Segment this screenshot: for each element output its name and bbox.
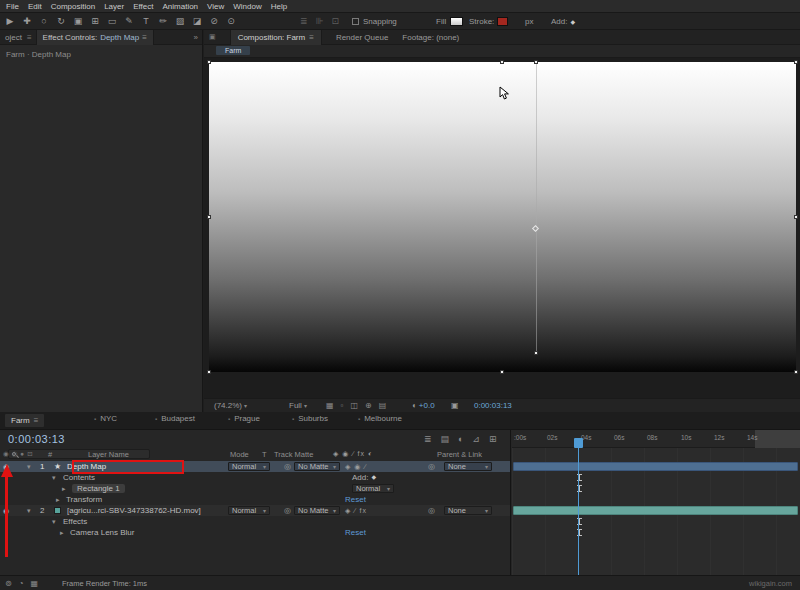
transform-reset-link[interactable]: Reset <box>345 494 366 505</box>
menu-item-composition[interactable]: Composition <box>51 2 95 11</box>
column-track-matte[interactable]: Track Matte <box>274 450 313 459</box>
shape-blend-mode-dropdown[interactable]: Normal▾ <box>352 484 394 493</box>
twirl-open-icon[interactable]: ▾ <box>27 461 31 472</box>
comp-tab-suburbs[interactable]: ▪ Suburbs <box>292 414 328 423</box>
parent-pickwhip-icon[interactable]: ◎ <box>428 461 435 472</box>
tab-menu-icon[interactable]: ≡ <box>309 33 314 42</box>
panel-lock-icon[interactable]: ▣ <box>209 33 216 41</box>
menu-item-layer[interactable]: Layer <box>104 2 124 11</box>
pan-behind-tool-icon[interactable]: ⊞ <box>89 16 101 26</box>
selection-tool-icon[interactable]: ▶ <box>4 16 16 26</box>
layer-color-chip[interactable] <box>54 505 61 516</box>
layer-row-footage[interactable]: ◉ ▾ 2 [agricu...rci-SBV-347338762-HD.mov… <box>0 505 510 516</box>
comp-tab-prague[interactable]: ▪ Prague <box>228 414 260 423</box>
render-status-icon[interactable]: ⊚ <box>5 579 12 588</box>
clone-stamp-tool-icon[interactable]: ▨ <box>174 16 186 26</box>
twirl-closed-icon[interactable]: ▸ <box>62 483 66 494</box>
menu-item-animation[interactable]: Animation <box>162 2 198 11</box>
hand-tool-icon[interactable]: ✚ <box>21 16 33 26</box>
handle-bottom-center[interactable] <box>500 370 504 374</box>
playhead-line[interactable] <box>578 448 579 575</box>
grid-icon[interactable]: ▦ <box>326 401 334 410</box>
menu-item-help[interactable]: Help <box>271 2 287 11</box>
project-tab-partial[interactable]: oject <box>0 33 27 42</box>
snapping-control[interactable]: Snapping <box>352 13 397 29</box>
handle-top-center[interactable] <box>500 60 504 64</box>
handle-bottom-right[interactable] <box>794 370 798 374</box>
twirl-open-icon[interactable]: ▾ <box>27 505 31 516</box>
stroke-control[interactable]: Stroke: <box>469 13 508 29</box>
track-matte-icon[interactable]: ◎ <box>284 461 291 472</box>
timeline-timecode[interactable]: 0:00:03:13 <box>8 433 65 445</box>
zoom-dropdown[interactable]: (74.2%) ▾ <box>214 401 247 410</box>
column-parent-link[interactable]: Parent & Link <box>437 450 482 459</box>
twirl-open-icon[interactable]: ▾ <box>52 516 56 527</box>
zoom-tool-icon[interactable]: ○ <box>38 16 50 26</box>
tab-overflow-icon[interactable]: » <box>194 33 198 42</box>
gradient-direction-line[interactable] <box>536 62 537 353</box>
effect-reset-link[interactable]: Reset <box>345 527 366 538</box>
add-control[interactable]: Add: ◆ <box>551 13 575 29</box>
parent-dropdown[interactable]: None▾ <box>444 506 492 515</box>
depth-map-gradient-canvas[interactable] <box>209 62 796 372</box>
brush-tool-icon[interactable]: ✏ <box>157 16 169 26</box>
track-matte-dropdown[interactable]: No Matte▾ <box>294 506 340 515</box>
exposure-control[interactable]: ◐ +0.0 <box>412 401 435 410</box>
blend-mode-dropdown[interactable]: Normal▾ <box>228 506 270 515</box>
tab-footage[interactable]: Footage: (none) <box>402 33 459 42</box>
comp-tab-budapest[interactable]: ▪ Budapest <box>155 414 195 423</box>
gradient-start-handle[interactable] <box>534 60 538 64</box>
group-row-transform[interactable]: ▸ Transform Reset <box>0 494 510 505</box>
layer-bar-depth-map[interactable] <box>513 462 798 471</box>
region-of-interest-icon[interactable]: ◫ <box>350 401 358 410</box>
column-mode[interactable]: Mode <box>230 450 249 459</box>
track-matte-dropdown[interactable]: No Matte▾ <box>294 462 340 471</box>
layer-name[interactable]: [agricu...rci-SBV-347338762-HD.mov] <box>67 505 201 516</box>
tab-effect-controls[interactable]: Effect Controls: Depth Map ≡ <box>36 30 154 45</box>
add-icon[interactable]: ◆ <box>570 18 575 25</box>
column-layer-name[interactable]: Layer Name <box>88 450 129 459</box>
stroke-swatch[interactable] <box>497 17 508 26</box>
snapshot-camera-icon[interactable]: ▣ <box>451 401 459 410</box>
tab-composition-farm[interactable]: Composition: Farm ≡ <box>230 30 322 45</box>
mask-visibility-icon[interactable]: ▫ <box>341 401 344 410</box>
menu-item-file[interactable]: File <box>6 2 19 11</box>
text-tool-icon[interactable]: T <box>140 16 152 26</box>
comp-tab-nyc[interactable]: ▪ NYC <box>94 414 117 423</box>
eraser-tool-icon[interactable]: ◪ <box>191 16 203 26</box>
comp-mini-flowchart-icon[interactable]: ≣ <box>424 434 432 444</box>
twirl-open-icon[interactable]: ▾ <box>52 472 56 483</box>
contents-add-control[interactable]: Add:◆ <box>352 472 376 483</box>
group-name[interactable]: Transform <box>66 494 102 505</box>
frame-blending-icon[interactable]: ⊞ <box>489 434 497 444</box>
effect-row-camera-lens-blur[interactable]: ▸ Camera Lens Blur Reset <box>0 527 510 538</box>
preview-time-icon[interactable]: ◔ <box>19 579 24 588</box>
camera-tool-icon[interactable]: ▣ <box>72 16 84 26</box>
twirl-closed-icon[interactable]: ▸ <box>60 527 64 538</box>
handle-mid-left[interactable] <box>207 215 211 219</box>
layer-bar-footage[interactable] <box>513 506 798 515</box>
channel-icon[interactable]: ▤ <box>379 401 387 410</box>
fill-control[interactable]: Fill <box>436 13 463 29</box>
menu-item-effect[interactable]: Effect <box>133 2 153 11</box>
comp-tab-farm[interactable]: Farm ≡ <box>5 414 44 427</box>
orbit-tool-icon[interactable]: ↻ <box>55 16 67 26</box>
group-name[interactable]: Effects <box>63 516 87 527</box>
transparency-grid-icon[interactable]: ⊕ <box>365 401 372 410</box>
add-icon[interactable]: ◆ <box>371 472 376 483</box>
fill-swatch[interactable] <box>450 17 463 26</box>
menu-item-window[interactable]: Window <box>233 2 261 11</box>
handle-top-right[interactable] <box>794 60 798 64</box>
handle-mid-right[interactable] <box>794 215 798 219</box>
pen-tool-icon[interactable]: ✎ <box>123 16 135 26</box>
timeline-track-area[interactable]: :00s 02s 04s 06s 08s 10s 12s 14s <box>512 430 800 575</box>
tab-menu-icon[interactable]: ≡ <box>34 416 39 425</box>
blend-mode-dropdown[interactable]: Normal▾ <box>228 462 270 471</box>
resolution-dropdown[interactable]: Full ▾ <box>289 401 307 410</box>
parent-dropdown[interactable]: None▾ <box>444 462 492 471</box>
group-row-effects[interactable]: ▾ Effects <box>0 516 510 527</box>
graph-editor-icon[interactable]: ⊿ <box>473 434 481 444</box>
handle-top-left[interactable] <box>207 60 211 64</box>
roto-brush-tool-icon[interactable]: ⊘ <box>208 16 220 26</box>
viewer-tab-farm[interactable]: Farm <box>216 46 250 55</box>
